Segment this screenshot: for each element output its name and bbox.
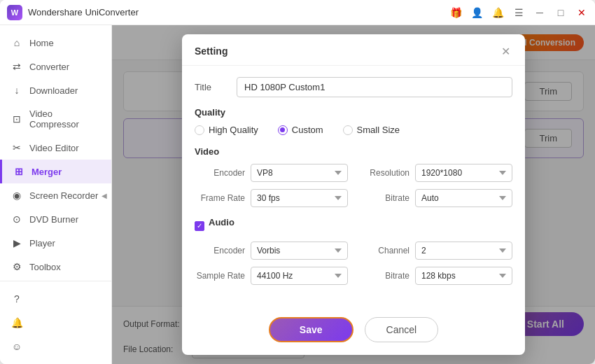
sidebar-item-home[interactable]: ⌂ Home [0, 31, 111, 55]
home-icon: ⌂ [11, 37, 22, 48]
minimize-button[interactable]: ─ [533, 6, 546, 19]
video-editor-icon: ✂ [11, 142, 22, 153]
player-icon: ▶ [11, 237, 22, 248]
screen-recorder-arrow-icon: ◀ [102, 192, 107, 200]
quality-heading: Quality [195, 107, 512, 118]
sidebar-bottom: ? 🔔 ☺ [0, 281, 111, 358]
audio-heading-row: ✓ Audio [195, 217, 512, 234]
video-settings-grid: Encoder VP8 Resolution 1920*1080 [195, 164, 512, 207]
downloader-icon: ↓ [11, 85, 22, 96]
gift-icon[interactable]: 🎁 [449, 6, 462, 19]
video-section: Video Encoder VP8 Resolution [195, 146, 512, 207]
modal-footer: Save Cancel [182, 307, 525, 355]
merger-icon: ⊞ [13, 166, 24, 177]
audio-samplerate-row: Sample Rate 44100 Hz [195, 267, 348, 285]
quality-small-radio[interactable] [343, 125, 353, 135]
audio-channel-select[interactable]: 2 [415, 241, 512, 260]
sidebar-item-player[interactable]: ▶ Player [0, 231, 111, 255]
bell-icon[interactable]: 🔔 [491, 6, 504, 19]
modal-close-button[interactable]: ✕ [498, 44, 512, 58]
app-title: Wondershare UniConverter [28, 7, 449, 18]
video-encoder-label: Encoder [195, 168, 245, 178]
sidebar-item-toolbox[interactable]: ⚙ Toolbox [0, 255, 111, 279]
video-bitrate-label: Bitrate [359, 193, 410, 203]
video-framerate-select[interactable]: 30 fps [251, 189, 348, 207]
audio-section: ✓ Audio Encoder Vorbis [195, 217, 512, 285]
screen-recorder-icon: ◉ [11, 190, 22, 201]
video-resolution-select[interactable]: 1920*1080 [415, 164, 512, 182]
quality-high-label: High Quality [209, 125, 258, 135]
audio-samplerate-label: Sample Rate [195, 271, 245, 281]
audio-bitrate-row: Bitrate 128 kbps [359, 267, 512, 285]
sidebar-item-video-editor[interactable]: ✂ Video Editor [0, 136, 111, 160]
quality-custom-label: Custom [292, 125, 323, 135]
sidebar-item-converter[interactable]: ⇄ Converter [0, 55, 111, 78]
title-input[interactable] [237, 77, 512, 97]
sidebar-item-downloader[interactable]: ↓ Downloader [0, 78, 111, 102]
video-resolution-row: Resolution 1920*1080 [359, 164, 512, 182]
video-framerate-row: Frame Rate 30 fps [195, 189, 348, 207]
close-button[interactable]: ✕ [575, 6, 588, 19]
modal-body: Title Quality High Quality [182, 66, 525, 307]
title-bar: W Wondershare UniConverter 🎁 👤 🔔 ☰ ─ □ ✕ [0, 0, 595, 25]
audio-encoder-select[interactable]: Vorbis [251, 241, 348, 260]
video-encoder-row: Encoder VP8 [195, 164, 348, 182]
title-row: Title [195, 77, 512, 97]
checkmark-icon: ✓ [197, 223, 202, 230]
user-icon[interactable]: 👤 [470, 6, 483, 19]
sidebar-item-dvd-burner[interactable]: ⊙ DVD Burner [0, 207, 111, 231]
main-layout: ⌂ Home ⇄ Converter ↓ Downloader ⊡ Video … [0, 25, 595, 364]
audio-samplerate-select[interactable]: 44100 Hz [251, 267, 348, 285]
settings-modal: Setting ✕ Title Quality [182, 34, 525, 355]
title-label: Title [195, 82, 237, 92]
dvd-burner-icon: ⊙ [11, 214, 22, 225]
quality-custom-radio[interactable] [278, 125, 288, 135]
audio-settings-grid: Encoder Vorbis Channel 2 [195, 241, 512, 285]
video-compressor-icon: ⊡ [11, 113, 22, 125]
video-bitrate-row: Bitrate Auto [359, 189, 512, 207]
menu-icon[interactable]: ☰ [512, 6, 525, 19]
sidebar-item-help[interactable]: ? [0, 287, 111, 311]
sidebar-item-profile[interactable]: ☺ [0, 335, 111, 358]
audio-channel-row: Channel 2 [359, 241, 512, 260]
app-logo: W [7, 5, 22, 20]
sidebar-item-merger[interactable]: ⊞ Merger [0, 160, 111, 183]
quality-radio-group: High Quality Custom Small Size [195, 125, 512, 135]
audio-checkbox[interactable]: ✓ [195, 221, 204, 231]
video-encoder-select[interactable]: VP8 [251, 164, 348, 182]
video-resolution-label: Resolution [359, 168, 410, 178]
content-area: ⚡ High Speed Conversion Trim Trim Output… [112, 25, 595, 364]
video-bitrate-select[interactable]: Auto [415, 189, 512, 207]
quality-small-option[interactable]: Small Size [343, 125, 400, 135]
audio-heading: Audio [209, 217, 234, 227]
app-window: W Wondershare UniConverter 🎁 👤 🔔 ☰ ─ □ ✕… [0, 0, 595, 364]
audio-channel-label: Channel [359, 246, 410, 255]
quality-custom-option[interactable]: Custom [278, 125, 323, 135]
sidebar: ⌂ Home ⇄ Converter ↓ Downloader ⊡ Video … [0, 25, 112, 364]
audio-bitrate-label: Bitrate [359, 271, 410, 281]
profile-icon: ☺ [11, 341, 22, 352]
video-heading: Video [195, 146, 512, 157]
modal-header: Setting ✕ [182, 34, 525, 66]
converter-icon: ⇄ [11, 61, 22, 72]
title-bar-controls: 🎁 👤 🔔 ☰ ─ □ ✕ [449, 6, 588, 19]
audio-encoder-row: Encoder Vorbis [195, 241, 348, 260]
audio-bitrate-select[interactable]: 128 kbps [415, 267, 512, 285]
cancel-button[interactable]: Cancel [365, 317, 439, 342]
maximize-button[interactable]: □ [554, 6, 567, 19]
quality-high-radio[interactable] [195, 125, 204, 135]
sidebar-item-video-compressor[interactable]: ⊡ Video Compressor [0, 102, 111, 136]
save-button[interactable]: Save [269, 317, 354, 342]
sidebar-item-screen-recorder[interactable]: ◉ Screen Recorder ◀ [0, 183, 111, 207]
quality-small-label: Small Size [357, 125, 400, 135]
audio-encoder-label: Encoder [195, 246, 245, 255]
video-framerate-label: Frame Rate [195, 193, 245, 203]
modal-title: Setting [195, 46, 227, 57]
notifications-icon: 🔔 [11, 317, 22, 328]
sidebar-item-notifications[interactable]: 🔔 [0, 311, 111, 335]
toolbox-icon: ⚙ [11, 261, 22, 272]
help-icon: ? [11, 293, 22, 304]
quality-high-option[interactable]: High Quality [195, 125, 258, 135]
modal-overlay: Setting ✕ Title Quality [112, 25, 595, 364]
